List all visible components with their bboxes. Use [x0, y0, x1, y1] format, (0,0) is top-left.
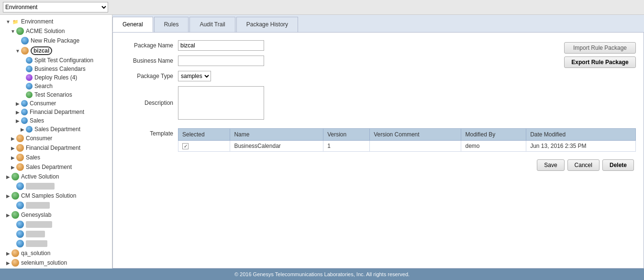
sidebar-item-new-rule-package[interactable]: New Rule Package [0, 36, 112, 45]
folder-icon [21, 100, 28, 107]
sidebar-item-consumer-1[interactable]: ▶ Consumer [0, 99, 112, 108]
cell-version-comment [370, 141, 461, 152]
sidebar-item-environment[interactable]: ▼ 📁 Environment [0, 17, 112, 26]
sidebar-item-consumer-2[interactable]: ▶ Consumer [0, 134, 112, 143]
folder-icon [21, 109, 28, 115]
solution-icon [11, 192, 19, 200]
package-name-input[interactable] [178, 40, 264, 51]
toggle-icon [19, 84, 26, 89]
solution-icon [16, 154, 24, 161]
toggle-icon: ▶ [5, 213, 11, 218]
calendar-icon [26, 66, 33, 72]
business-name-input[interactable] [178, 56, 264, 66]
col-header-name: Name [230, 129, 323, 141]
sidebar-item-blurred-1[interactable] [0, 181, 112, 191]
toggle-icon: ▶ [19, 127, 26, 132]
sidebar-item-blurred-4[interactable] [0, 229, 112, 239]
toggle-icon: ▶ [10, 146, 16, 151]
blurred-icon [16, 230, 24, 238]
sidebar-item-label: Consumer [26, 135, 52, 142]
toggle-icon [14, 38, 21, 44]
sidebar-item-sales-2[interactable]: ▶ Sales [0, 153, 112, 162]
tab-bar: General Rules Audit Trail Package Histor… [112, 15, 644, 33]
blurred-icon [16, 240, 24, 247]
cancel-button[interactable]: Cancel [567, 159, 600, 171]
package-name-label: Package Name [121, 42, 173, 49]
business-name-label: Business Name [121, 57, 173, 64]
sidebar-item-acme[interactable]: ▼ ACME Solution [0, 26, 112, 36]
blurred-icon [16, 221, 24, 228]
sidebar-item-label [26, 240, 47, 247]
sidebar-item-financial-1[interactable]: ▶ Financial Department [0, 108, 112, 116]
form-and-buttons: Package Name Business Name Package Type … [121, 40, 636, 124]
col-header-selected: Selected [178, 129, 230, 141]
package-icon [21, 47, 29, 55]
sidebar-item-blurred-2[interactable] [0, 201, 112, 210]
description-row: Description [121, 86, 555, 120]
toggle-icon [10, 222, 16, 227]
sidebar-item-search[interactable]: Search [0, 82, 112, 90]
sidebar-item-label: qa_solution [21, 250, 50, 257]
package-name-row: Package Name [121, 40, 555, 51]
sidebar-item-blurred-5[interactable] [0, 239, 112, 248]
sidebar-item-active-solution[interactable]: ▶ Active Solution [0, 172, 112, 181]
sidebar-item-sales-dept-2[interactable]: ▶ Sales Department [0, 162, 112, 172]
sidebar-item-label: CM Samples Solution [21, 192, 76, 199]
toggle-icon [10, 232, 16, 237]
sidebar-item-deploy-rules[interactable]: Deploy Rules (4) [0, 73, 112, 82]
cell-version: 1 [323, 141, 370, 152]
tab-rules[interactable]: Rules [154, 17, 189, 32]
package-type-label: Package Type [121, 73, 173, 79]
solution-icon [11, 211, 19, 219]
environment-dropdown[interactable]: Environment [3, 2, 108, 12]
package-type-select[interactable]: samples [178, 71, 211, 81]
sidebar-item-label: New Rule Package [31, 37, 79, 44]
sidebar-item-business-calendars[interactable]: Business Calendars [0, 65, 112, 73]
toggle-icon: ▶ [5, 251, 11, 256]
sidebar-item-cm-samples[interactable]: ▶ CM Samples Solution [0, 191, 112, 201]
toggle-icon [19, 67, 26, 72]
cell-selected[interactable] [178, 141, 230, 152]
toggle-icon: ▶ [14, 110, 21, 115]
sidebar-item-sales-1[interactable]: ▶ Sales [0, 116, 112, 125]
sidebar-item-label: Sales [26, 154, 40, 161]
sidebar-item-financial-2[interactable]: ▶ Financial Department [0, 143, 112, 153]
delete-button[interactable]: Delete [602, 159, 634, 171]
tab-audit-trail[interactable]: Audit Trail [189, 17, 235, 32]
sidebar-item-test-scenarios[interactable]: Test Scenarios [0, 90, 112, 99]
col-header-version-comment: Version Comment [370, 129, 461, 141]
sidebar-item-blurred-3[interactable] [0, 220, 112, 229]
sidebar-item-label: Test Scenarios [34, 91, 72, 98]
sidebar-item-label: Sales [30, 117, 44, 124]
blurred-icon [16, 202, 24, 209]
toggle-icon [19, 75, 26, 80]
content-area: General Rules Audit Trail Package Histor… [112, 15, 644, 269]
sidebar-item-label: Genesyslab [21, 212, 51, 218]
col-header-date-modified: Date Modified [526, 129, 636, 141]
toggle-icon: ▶ [10, 155, 16, 160]
toggle-icon [19, 92, 26, 98]
sidebar-item-bizcal[interactable]: ▼ bizcal [0, 45, 112, 56]
description-textarea[interactable] [178, 86, 264, 120]
sidebar-item-label: Sales Department [26, 164, 72, 170]
toggle-icon: ▼ [5, 19, 11, 24]
tab-package-history[interactable]: Package History [236, 17, 298, 32]
tab-general[interactable]: General [112, 17, 153, 32]
sidebar-item-label: Deploy Rules (4) [34, 74, 77, 81]
sidebar-item-qa-solution[interactable]: ▶ qa_solution [0, 248, 112, 258]
sidebar-item-sales-dept-1[interactable]: ▶ Sales Department [0, 125, 112, 134]
config-icon [26, 57, 33, 64]
sidebar-item-label [26, 231, 45, 237]
sidebar-item-label [26, 221, 52, 228]
toggle-icon: ▶ [10, 136, 16, 141]
content-panel: Package Name Business Name Package Type … [112, 33, 644, 269]
import-rule-package-button[interactable]: Import Rule Package [564, 42, 636, 54]
export-rule-package-button[interactable]: Export Rule Package [564, 56, 636, 68]
sidebar-item-selenium-solution[interactable]: ▶ selenium_solution [0, 258, 112, 268]
save-button[interactable]: Save [537, 159, 564, 171]
checkbox[interactable] [182, 143, 189, 149]
template-table: Selected Name Version Version Comment Mo… [178, 128, 636, 152]
sidebar-item-genesyslab[interactable]: ▶ Genesyslab [0, 210, 112, 220]
sidebar-item-split-test[interactable]: Split Test Configuration [0, 56, 112, 65]
sidebar-item-label: Sales Department [34, 126, 80, 133]
